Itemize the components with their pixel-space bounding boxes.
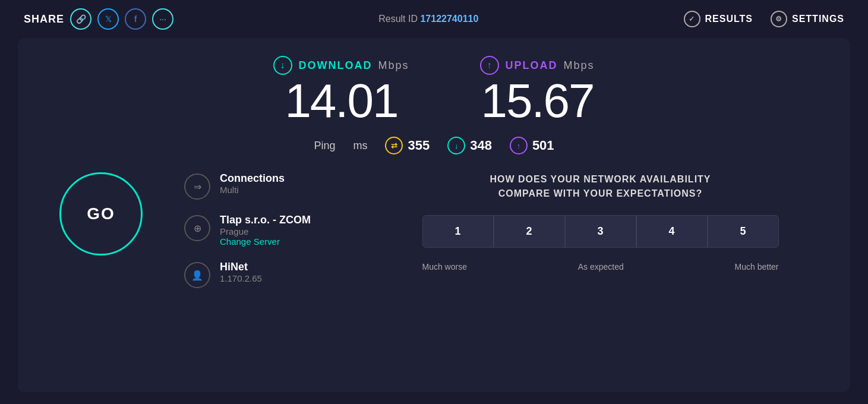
survey-label-right: Much better <box>735 262 779 272</box>
share-label: SHARE <box>24 13 64 26</box>
survey-btn-2[interactable]: 2 <box>494 215 565 248</box>
survey-label-left: Much worse <box>422 262 467 272</box>
person-icon: 👤 <box>184 262 210 288</box>
top-bar: SHARE 🔗 𝕏 f ··· Result ID 17122740110 ✓ … <box>0 0 868 38</box>
download-block: ↓ DOWNLOAD Mbps 14.01 <box>273 56 409 125</box>
upload-label: UPLOAD <box>505 59 557 72</box>
go-button-container: GO <box>53 172 149 255</box>
download-header: ↓ DOWNLOAD Mbps <box>273 56 409 75</box>
upload-block: ↑ UPLOAD Mbps 15.67 <box>480 56 594 125</box>
survey-btn-5[interactable]: 5 <box>708 215 779 248</box>
more-share-icon[interactable]: ··· <box>152 8 173 30</box>
main-card: ↓ DOWNLOAD Mbps 14.01 ↑ UPLOAD Mbps 15.6… <box>18 38 850 392</box>
settings-label: SETTINGS <box>792 14 844 24</box>
ping-idle-icon: ⇄ <box>385 137 403 154</box>
results-label: RESULTS <box>705 14 753 24</box>
download-value: 14.01 <box>285 77 397 125</box>
speed-section: ↓ DOWNLOAD Mbps 14.01 ↑ UPLOAD Mbps 15.6… <box>53 56 815 125</box>
nav-section: ✓ RESULTS ⚙ SETTINGS <box>684 11 845 27</box>
download-unit: Mbps <box>378 59 409 72</box>
ping-idle-value: 355 <box>408 138 430 153</box>
isp-ip: 1.170.2.65 <box>220 273 262 283</box>
survey-label-middle: As expected <box>578 262 624 272</box>
facebook-share-icon[interactable]: f <box>125 8 146 30</box>
ping-idle-item: ⇄ 355 <box>385 137 430 154</box>
ping-download-item: ↓ 348 <box>447 137 492 154</box>
survey-buttons: 1 2 3 4 5 <box>422 215 779 248</box>
bottom-row: GO ⇒ Connections Multi ⊕ Tlap s.r.o. - Z… <box>53 172 815 288</box>
isp-row: 👤 HiNet 1.170.2.65 <box>184 261 351 288</box>
ping-unit: ms <box>353 140 367 152</box>
ping-download-value: 348 <box>470 138 492 153</box>
result-id-prefix: Result ID <box>378 14 420 24</box>
download-label: DOWNLOAD <box>298 59 372 72</box>
server-name: Tlap s.r.o. - ZCOM <box>220 214 311 226</box>
ping-label: Ping <box>314 140 335 152</box>
connections-title: Connections <box>220 172 285 185</box>
ping-upload-icon: ↑ <box>510 137 528 154</box>
connections-text: Connections Multi <box>220 172 285 195</box>
survey-btn-3[interactable]: 3 <box>565 215 636 248</box>
results-nav-item[interactable]: ✓ RESULTS <box>684 11 753 27</box>
server-location: Prague <box>220 226 311 236</box>
result-id-value: 17122740110 <box>420 14 478 24</box>
download-icon: ↓ <box>273 56 292 75</box>
upload-unit: Mbps <box>563 59 594 72</box>
server-info: ⇒ Connections Multi ⊕ Tlap s.r.o. - ZCOM… <box>184 172 351 288</box>
survey-btn-1[interactable]: 1 <box>422 215 494 248</box>
isp-text: HiNet 1.170.2.65 <box>220 261 262 283</box>
settings-icon: ⚙ <box>771 11 787 27</box>
upload-icon: ↑ <box>480 56 499 75</box>
results-icon: ✓ <box>684 11 700 27</box>
change-server-link[interactable]: Change Server <box>220 236 311 247</box>
ping-upload-item: ↑ 501 <box>510 137 554 154</box>
survey-question: HOW DOES YOUR NETWORK AVAILABILITYCOMPAR… <box>490 172 711 201</box>
isp-name: HiNet <box>220 261 262 273</box>
server-text: Tlap s.r.o. - ZCOM Prague Change Server <box>220 214 311 247</box>
upload-value: 15.67 <box>481 77 594 125</box>
upload-header: ↑ UPLOAD Mbps <box>480 56 594 75</box>
server-row: ⊕ Tlap s.r.o. - ZCOM Prague Change Serve… <box>184 214 351 247</box>
survey-btn-4[interactable]: 4 <box>636 215 708 248</box>
connections-row: ⇒ Connections Multi <box>184 172 351 200</box>
share-section: SHARE 🔗 𝕏 f ··· <box>24 8 173 30</box>
ping-upload-value: 501 <box>532 138 554 153</box>
result-id-section: Result ID 17122740110 <box>378 14 478 24</box>
survey-section: HOW DOES YOUR NETWORK AVAILABILITYCOMPAR… <box>386 172 815 272</box>
globe-icon: ⊕ <box>184 215 210 241</box>
ping-download-icon: ↓ <box>447 137 465 154</box>
settings-nav-item[interactable]: ⚙ SETTINGS <box>771 11 844 27</box>
go-button[interactable]: GO <box>59 172 143 255</box>
ping-section: Ping ms ⇄ 355 ↓ 348 ↑ 501 <box>53 137 815 154</box>
link-share-icon[interactable]: 🔗 <box>70 8 91 30</box>
survey-labels: Much worse As expected Much better <box>422 262 779 272</box>
twitter-share-icon[interactable]: 𝕏 <box>97 8 119 30</box>
connections-value: Multi <box>220 185 285 195</box>
connections-icon: ⇒ <box>184 173 210 200</box>
